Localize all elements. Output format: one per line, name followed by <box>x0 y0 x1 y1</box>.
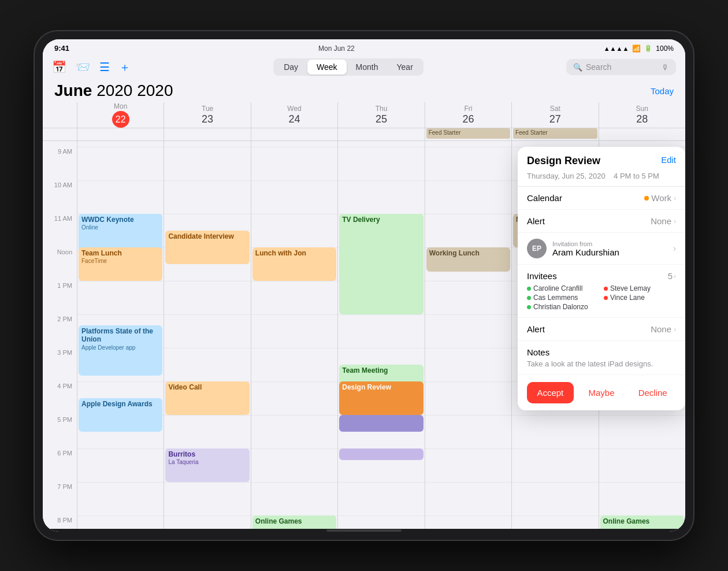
event-candidate-interview[interactable]: Candidate Interview <box>165 231 249 264</box>
event-team-lunch[interactable]: Team Lunch FaceTime <box>79 247 162 281</box>
search-bar[interactable]: 🔍 Search 🎙 <box>566 59 676 75</box>
hour-line <box>338 314 424 315</box>
allday-mon <box>77 128 164 140</box>
invitee-vince: Vince Lane <box>604 294 676 302</box>
day-abbr-fri: Fri <box>464 105 472 113</box>
event-online-games-sun[interactable]: Online Games <box>600 516 684 529</box>
work-dot <box>644 196 649 201</box>
event-tv-delivery[interactable]: TV Delivery <box>339 214 423 314</box>
today-button[interactable]: Today <box>651 86 674 96</box>
day-body-thu: TV Delivery Team Meeting Design Review <box>338 141 424 529</box>
hour-line <box>512 448 598 449</box>
hour-line <box>251 180 337 181</box>
day-header-fri: Fri 26 <box>425 102 512 128</box>
allday-row: Feed Starter Feed Starter <box>43 128 685 141</box>
event-working-lunch[interactable]: Working Lunch <box>426 247 510 272</box>
list-icon[interactable]: ☰ <box>99 60 110 74</box>
event-lavender[interactable] <box>339 448 423 460</box>
event-title: Platforms State of the Union <box>81 327 159 344</box>
hour-line <box>338 348 424 348</box>
hour-line <box>425 147 511 147</box>
alert2-value-text: None <box>651 324 671 334</box>
popover-alert2-row[interactable]: Alert None › <box>518 318 685 341</box>
day-num-25: 25 <box>376 113 387 125</box>
event-design-review[interactable]: Design Review <box>339 381 423 415</box>
mic-icon[interactable]: 🎙 <box>662 63 669 72</box>
hour-line <box>512 415 598 416</box>
add-icon[interactable]: ＋ <box>119 60 131 75</box>
search-placeholder: Search <box>586 62 611 72</box>
home-indicator <box>43 529 685 532</box>
maybe-button[interactable]: Maybe <box>578 382 625 403</box>
time-column: 9 AM 10 AM 11 AM Noon 1 PM 2 PM 3 PM 4 P… <box>43 141 77 529</box>
time-10am: 10 AM <box>43 180 77 214</box>
segment-month[interactable]: Month <box>347 60 388 75</box>
event-title: Online Games <box>603 517 681 525</box>
chevron-right-icon-4: › <box>674 272 676 280</box>
event-title: Team Meeting <box>342 366 420 375</box>
hour-line <box>77 147 164 147</box>
day-col-tue: Candidate Interview Video Call Burritos … <box>164 141 251 529</box>
hour-line <box>425 314 511 315</box>
calendar-label: Calendar <box>527 193 562 203</box>
allday-feed-starter-sat[interactable]: Feed Starter <box>513 128 597 139</box>
popover-alert-row[interactable]: Alert None › <box>518 210 685 233</box>
allday-wed <box>251 128 338 140</box>
hour-line <box>164 516 250 516</box>
segment-year[interactable]: Year <box>388 60 422 75</box>
decline-button[interactable]: Decline <box>629 382 676 403</box>
event-title: Design Review <box>342 383 420 391</box>
design-review-popover: Design Review Edit Thursday, Jun 25, 202… <box>518 147 685 410</box>
popover-calendar-row[interactable]: Calendar Work › <box>518 187 685 210</box>
event-sub: FaceTime <box>81 258 159 264</box>
search-icon: 🔍 <box>573 63 582 72</box>
time-3pm: 3 PM <box>43 348 77 381</box>
status-right: ▲▲▲▲ 📶 🔋 100% <box>604 45 674 53</box>
alert2-value: None › <box>651 324 676 334</box>
event-lunch-jon[interactable]: Lunch with Jon <box>252 247 336 281</box>
event-apple-design-awards[interactable]: Apple Design Awards <box>79 398 162 432</box>
scroll-area[interactable]: 9 AM 10 AM 11 AM Noon 1 PM 2 PM 3 PM 4 P… <box>43 141 685 529</box>
segment-day[interactable]: Day <box>274 60 307 75</box>
accepted-dot-3 <box>527 305 531 309</box>
hour-line <box>164 415 250 416</box>
day-abbr-wed: Wed <box>287 105 301 113</box>
popover-notes: Notes Take a look at the latest iPad des… <box>518 341 685 375</box>
hour-line <box>77 180 164 181</box>
avatar-initials: EP <box>532 244 541 253</box>
status-bar: 9:41 Mon Jun 22 ▲▲▲▲ 📶 🔋 100% <box>43 39 685 55</box>
hour-line <box>164 482 250 483</box>
event-platforms-state[interactable]: Platforms State of the Union Apple Devel… <box>79 325 162 376</box>
inbox-icon[interactable]: 📨 <box>76 60 90 74</box>
allday-sun <box>599 128 685 140</box>
day-header-mon: Mon 22 <box>77 102 164 128</box>
time-11am: 11 AM <box>43 214 77 247</box>
event-online-games-wed[interactable]: Online Games <box>252 516 336 529</box>
popover-invitation[interactable]: EP Invitation from Aram Kudurshian › <box>518 233 685 265</box>
segment-week[interactable]: Week <box>307 60 347 75</box>
chevron-right-icon-2: › <box>674 217 676 225</box>
chevron-right-icon: › <box>674 194 676 202</box>
hour-line <box>251 415 337 416</box>
day-abbr-tue: Tue <box>202 105 213 113</box>
event-purple-block[interactable] <box>339 415 423 432</box>
event-burritos[interactable]: Burritos La Taqueria <box>165 448 249 482</box>
day-abbr-sun: Sun <box>636 105 648 113</box>
alert2-label: Alert <box>527 324 545 334</box>
allday-feed-starter-fri[interactable]: Feed Starter <box>426 128 510 139</box>
hour-line <box>77 314 164 315</box>
popover-invitees: Invitees 5 › Caroline Cranfill <box>518 265 685 318</box>
accept-button[interactable]: Accept <box>527 382 574 403</box>
day-header-sat: Sat 27 <box>512 102 599 128</box>
event-sub: La Taqueria <box>168 459 246 465</box>
event-video-call[interactable]: Video Call <box>165 381 249 415</box>
popover-header: Design Review Edit <box>518 147 685 172</box>
hour-line <box>425 381 511 382</box>
hour-line <box>251 381 337 382</box>
popover-edit-btn[interactable]: Edit <box>661 155 676 165</box>
declined-dot-2 <box>604 296 608 300</box>
calendar-icon[interactable]: 📅 <box>52 60 66 74</box>
ipad-frame: 9:41 Mon Jun 22 ▲▲▲▲ 📶 🔋 100% 📅 📨 ☰ ＋ Da… <box>35 31 693 540</box>
hour-line <box>77 281 164 281</box>
hour-line <box>599 415 685 416</box>
